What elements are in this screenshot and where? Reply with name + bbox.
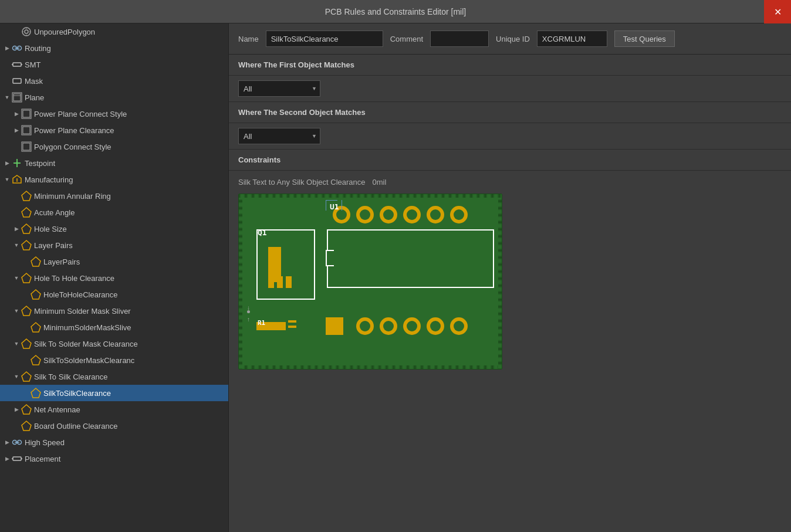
b-pad-hole-3 xyxy=(407,321,417,331)
test-queries-button[interactable]: Test Queries xyxy=(614,31,675,47)
title-bar: PCB Rules and Constraints Editor [mil] ✕ xyxy=(0,0,791,23)
sidebar-item-silk-to-silk-clearance[interactable]: ▼ Silk To Silk Clearance xyxy=(0,368,228,385)
tree-icon-silk-to-solder-mask-clearance xyxy=(21,338,32,349)
tree-icon-testpoint xyxy=(12,158,22,168)
tree-label-silk-to-solder-mask-clearance-child: SilkToSolderMaskClearanc xyxy=(43,356,134,365)
tree-toggle-routing[interactable]: ▶ xyxy=(2,43,12,53)
dot-indicator xyxy=(247,310,250,313)
tree-toggle-minimum-solder-mask-sliver[interactable]: ▼ xyxy=(12,306,21,316)
tree-toggle-manufacturing[interactable]: ▼ xyxy=(2,175,12,184)
pcb-r1-label: R1 xyxy=(258,319,265,327)
sidebar-item-net-antennae[interactable]: ▶ Net Antennae xyxy=(0,401,228,418)
svg-marker-34 xyxy=(22,306,31,316)
sidebar-item-unpoured-polygon[interactable]: UnpouredPolygon xyxy=(0,23,228,40)
tree-icon-minimum-solder-mask-sliver xyxy=(21,306,32,316)
name-input[interactable] xyxy=(266,31,383,47)
sidebar-item-silk-to-silk-clearance-child[interactable]: SilkToSilkClearance xyxy=(0,385,228,401)
sidebar-item-mask[interactable]: Mask xyxy=(0,73,228,89)
tree-label-net-antennae: Net Antennae xyxy=(34,405,80,414)
sidebar-item-power-plane-connect-style[interactable]: ▶ Power Plane Connect Style xyxy=(0,106,228,122)
tree-toggle-silk-to-silk-clearance[interactable]: ▼ xyxy=(12,372,21,381)
tree-toggle-silk-to-solder-mask-clearance[interactable]: ▼ xyxy=(12,339,21,348)
tree-toggle-hole-to-hole-clearance[interactable]: ▼ xyxy=(12,273,21,283)
tree-toggle-placement[interactable]: ▶ xyxy=(2,454,12,463)
tree-label-layer-pairs: Layer Pairs xyxy=(34,241,73,250)
dim-v-left xyxy=(326,200,326,211)
sidebar-item-routing[interactable]: ▶ Routing xyxy=(0,40,228,56)
sidebar-item-layer-pairs-child[interactable]: LayerPairs xyxy=(0,253,228,270)
tree-label-smt: SMT xyxy=(25,60,40,69)
tree-icon-acute-angle xyxy=(21,207,32,218)
sidebar-item-minimum-solder-mask-sliver-child[interactable]: MinimumSolderMaskSlive xyxy=(0,319,228,336)
sidebar-item-hole-size[interactable]: ▶ Hole Size xyxy=(0,221,228,237)
second-object-dropdown[interactable]: All xyxy=(238,128,320,144)
tree-icon-mask xyxy=(12,76,22,86)
tree-toggle-power-plane-connect-style[interactable]: ▶ xyxy=(12,109,21,118)
sidebar-item-minimum-annular-ring[interactable]: Minimum Annular Ring xyxy=(0,188,228,204)
tree-toggle-plane[interactable]: ▼ xyxy=(2,93,12,102)
tree-icon-minimum-annular-ring xyxy=(21,191,32,201)
second-object-heading: Where The Second Object Matches xyxy=(229,102,791,123)
connector-notch xyxy=(326,250,334,266)
sidebar-item-layer-pairs[interactable]: ▼ Layer Pairs xyxy=(0,237,228,253)
tree-toggle-unpoured-polygon[interactable] xyxy=(12,27,21,36)
svg-point-1 xyxy=(25,30,28,33)
tree-toggle-minimum-solder-mask-sliver-child[interactable] xyxy=(21,323,31,332)
tree-label-placement: Placement xyxy=(25,455,60,463)
sidebar-item-minimum-solder-mask-sliver[interactable]: ▼ Minimum Solder Mask Sliver xyxy=(0,303,228,319)
tree-toggle-polygon-connect-style[interactable] xyxy=(12,142,21,151)
sidebar-item-placement[interactable]: ▶ Placement xyxy=(0,450,228,467)
sidebar-item-plane[interactable]: ▼ Plane xyxy=(0,89,228,106)
svg-marker-29 xyxy=(22,224,31,233)
tree-label-board-outline-clearance: Board Outline Clearance xyxy=(34,422,117,431)
tree-icon-silk-to-silk-clearance-child xyxy=(31,388,41,398)
sidebar-item-manufacturing[interactable]: ▼ Manufacturing xyxy=(0,171,228,188)
pcb-pad-hole-5 xyxy=(430,209,441,220)
svg-marker-33 xyxy=(31,290,40,299)
sidebar-item-polygon-connect-style[interactable]: Polygon Connect Style xyxy=(0,138,228,155)
tree-toggle-hole-to-hole-clearance-child[interactable] xyxy=(21,290,31,299)
tree-toggle-layer-pairs[interactable]: ▼ xyxy=(12,240,21,250)
tree-toggle-mask[interactable] xyxy=(2,76,12,86)
sidebar-item-smt[interactable]: SMT xyxy=(0,56,228,73)
tree-toggle-high-speed[interactable]: ▶ xyxy=(2,438,12,447)
pcb-edge-right xyxy=(498,194,502,369)
tree-toggle-acute-angle[interactable] xyxy=(12,208,21,217)
comment-input[interactable] xyxy=(430,31,489,47)
first-object-dropdown[interactable]: All xyxy=(238,80,320,97)
svg-marker-41 xyxy=(22,421,31,431)
tree-toggle-layer-pairs-child[interactable] xyxy=(21,257,31,266)
sidebar-item-board-outline-clearance[interactable]: Board Outline Clearance xyxy=(0,418,228,434)
tree-label-power-plane-connect-style: Power Plane Connect Style xyxy=(34,110,127,118)
sidebar-item-silk-to-solder-mask-clearance[interactable]: ▼ Silk To Solder Mask Clearance xyxy=(0,336,228,352)
tree-icon-manufacturing xyxy=(12,174,22,185)
q1-pad-3 xyxy=(286,276,292,288)
tree-toggle-smt[interactable] xyxy=(2,60,12,69)
sidebar-item-acute-angle[interactable]: Acute Angle xyxy=(0,204,228,221)
rule-header: Name Comment Unique ID Test Queries xyxy=(229,23,791,55)
sidebar-item-high-speed[interactable]: ▶ High Speed xyxy=(0,434,228,450)
tree-label-unpoured-polygon: UnpouredPolygon xyxy=(34,28,95,36)
tree-toggle-minimum-annular-ring[interactable] xyxy=(12,191,21,201)
first-object-dropdown-wrapper[interactable]: All xyxy=(238,80,320,97)
tree-toggle-silk-to-silk-clearance-child[interactable] xyxy=(21,388,31,398)
tree-icon-placement xyxy=(12,453,22,464)
sidebar-item-silk-to-solder-mask-clearance-child[interactable]: SilkToSolderMaskClearanc xyxy=(0,352,228,368)
close-button[interactable]: ✕ xyxy=(764,0,791,23)
sidebar-item-testpoint[interactable]: ▶ Testpoint xyxy=(0,155,228,171)
tree-toggle-power-plane-clearance[interactable]: ▶ xyxy=(12,126,21,135)
tree-toggle-net-antennae[interactable]: ▶ xyxy=(12,405,21,414)
tree-toggle-silk-to-solder-mask-clearance-child[interactable] xyxy=(21,355,31,365)
unique-id-input[interactable] xyxy=(537,31,607,47)
sidebar-item-power-plane-clearance[interactable]: ▶ Power Plane Clearance xyxy=(0,122,228,138)
name-label: Name xyxy=(238,35,259,43)
sidebar-item-hole-to-hole-clearance-child[interactable]: HoleToHoleClearance xyxy=(0,286,228,303)
second-object-dropdown-wrapper[interactable]: All xyxy=(238,128,320,144)
q1-pad-1 xyxy=(268,276,274,288)
first-object-dropdown-row: All xyxy=(229,76,791,102)
sidebar-item-hole-to-hole-clearance[interactable]: ▼ Hole To Hole Clearance xyxy=(0,270,228,286)
tree-toggle-board-outline-clearance[interactable] xyxy=(12,421,21,431)
tree-toggle-hole-size[interactable]: ▶ xyxy=(12,224,21,233)
tree-toggle-testpoint[interactable]: ▶ xyxy=(2,158,12,168)
pcb-edge-left xyxy=(239,194,242,369)
